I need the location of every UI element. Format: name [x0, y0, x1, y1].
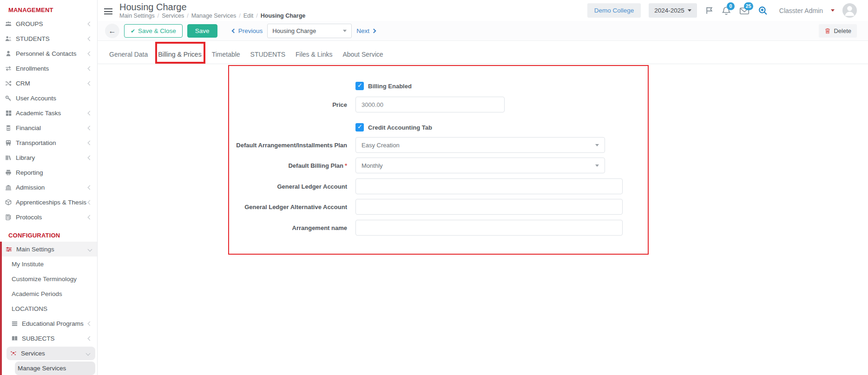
sidebar-item-services[interactable]: Services — [7, 347, 95, 360]
billing-enabled-label: Billing Enabled — [368, 83, 412, 90]
sidebar-item-library[interactable]: Library — [0, 150, 97, 165]
college-selector-button[interactable]: Demo College — [587, 3, 641, 18]
save-button[interactable]: Save — [187, 24, 217, 38]
general-ledger-alternative-account-label: General Ledger Alternative Account — [229, 204, 355, 211]
trash-icon — [824, 27, 831, 34]
chevron-left-icon — [88, 185, 92, 190]
sidebar-item-locations[interactable]: LOCATIONS — [2, 301, 97, 316]
sidebar-item-manage-services[interactable]: Manage Services — [15, 362, 95, 375]
content-area: Billing Enabled Price Credit Accounting … — [98, 64, 868, 375]
sidebar-item-admission[interactable]: Admission — [0, 180, 97, 195]
sidebar-item-label: Library — [16, 154, 35, 161]
coins-icon — [4, 124, 13, 132]
chevron-down-icon — [86, 351, 91, 356]
sidebar-item-apprenticeships-thesis[interactable]: Apprenticeships & Thesis — [0, 195, 97, 210]
sidebar-item-label: Customize Terminology — [12, 276, 77, 283]
default-arrangement-plan-select[interactable]: Easy Creation — [355, 137, 605, 153]
breadcrumb-item[interactable]: Edit — [243, 13, 254, 19]
avatar[interactable] — [842, 3, 857, 18]
sidebar-item-enrollments[interactable]: Enrollments — [0, 61, 97, 76]
period-label: 2024-2025 — [654, 7, 684, 14]
sidebar-item-reporting[interactable]: Reporting — [0, 165, 97, 180]
chevron-left-icon — [88, 155, 92, 160]
sidebar-item-academic-periods[interactable]: Academic Periods — [2, 286, 97, 301]
record-selector-dropdown[interactable]: Housing Charge — [267, 24, 352, 38]
list-bars-icon — [10, 320, 19, 327]
sidebar-item-label: CRM — [16, 80, 30, 87]
sidebar-item-academic-tasks[interactable]: Academic Tasks — [0, 105, 97, 120]
tab-timetable[interactable]: Timetable — [207, 41, 245, 64]
chevron-down-icon — [88, 247, 92, 251]
sidebar-item-main-settings[interactable]: Main Settings — [2, 242, 97, 257]
user-menu[interactable]: Classter Admin — [779, 7, 823, 14]
tab-billing-prices[interactable]: Billing & Prices — [153, 41, 206, 64]
chevron-right-icon — [371, 28, 376, 33]
chevron-left-icon — [88, 125, 92, 130]
save-close-label: Save & Close — [138, 27, 176, 34]
arrangement-name-label: Arrangement name — [229, 224, 355, 231]
tab-students[interactable]: STUDENTS — [245, 41, 290, 64]
search-zoom-icon[interactable] — [758, 6, 768, 15]
sidebar-item-subjects[interactable]: SUBJECTS — [2, 331, 97, 346]
default-billing-plan-select[interactable]: Monthly — [355, 158, 605, 173]
breadcrumb-item[interactable]: Services — [162, 13, 184, 19]
sidebar-item-groups[interactable]: GROUPS — [0, 16, 97, 31]
sidebar-section-title-management: MANAGEMENT — [0, 0, 97, 16]
sidebar-item-label: Academic Periods — [12, 290, 62, 297]
breadcrumb-item[interactable]: Manage Services — [191, 13, 237, 19]
messages-badge: 25 — [744, 2, 753, 10]
students-icon — [4, 35, 13, 42]
form-row-arrangement-name: Arrangement name — [229, 220, 868, 236]
toolbar: Save & Close Save Previous Housing Charg… — [98, 21, 868, 41]
cube-icon — [4, 198, 13, 206]
breadcrumb-separator: / — [239, 13, 240, 19]
arrangement-name-input[interactable] — [355, 220, 623, 236]
delete-label: Delete — [834, 27, 851, 34]
sidebar-item-financial[interactable]: Financial — [0, 120, 97, 135]
sidebar-item-customize-terminology[interactable]: Customize Terminology — [2, 271, 97, 286]
menu-toggle-button[interactable] — [104, 8, 113, 14]
credit-accounting-tab-checkbox[interactable] — [355, 123, 364, 132]
tab-files-links[interactable]: Files & Links — [290, 41, 337, 64]
price-input[interactable] — [355, 97, 505, 112]
back-button[interactable] — [105, 24, 119, 38]
page-title: Housing Charge — [119, 2, 305, 12]
sidebar-item-protocols[interactable]: Protocols — [0, 210, 97, 224]
tab-general-data[interactable]: General Data — [104, 41, 153, 64]
previous-button[interactable]: Previous — [232, 27, 263, 34]
tab-label: Billing & Prices — [158, 51, 201, 58]
flag-icon[interactable] — [705, 6, 714, 15]
person-icon — [4, 50, 13, 57]
general-ledger-alternative-account-input[interactable] — [355, 199, 623, 215]
bank-icon — [4, 184, 13, 191]
title-block: Housing Charge Main Settings / Services … — [119, 2, 305, 19]
sidebar-item-label: Services — [21, 350, 45, 357]
printer-icon — [4, 169, 13, 176]
notification-badge: 0 — [727, 2, 735, 10]
sidebar-item-students[interactable]: STUDENTS — [0, 31, 97, 46]
sidebar-item-user-accounts[interactable]: User Accounts — [0, 91, 97, 105]
save-close-button[interactable]: Save & Close — [124, 24, 183, 38]
sidebar-item-transportation[interactable]: Transportation — [0, 135, 97, 150]
chevron-left-icon — [88, 200, 92, 204]
breadcrumb-item[interactable]: Main Settings — [119, 13, 155, 19]
next-button[interactable]: Next — [356, 27, 375, 34]
sidebar-item-educational-programs[interactable]: Educational Programs — [2, 316, 97, 331]
form-row-billing-enabled: Billing Enabled — [229, 82, 868, 90]
sidebar-item-my-institute[interactable]: My Institute — [2, 257, 97, 271]
general-ledger-account-input[interactable] — [355, 178, 623, 194]
sidebar-item-personnel-contacts[interactable]: Personnel & Contacts — [0, 46, 97, 61]
tab-about-service[interactable]: About Service — [337, 41, 388, 64]
billing-enabled-checkbox[interactable] — [355, 82, 364, 90]
notifications-bell-icon[interactable]: 0 — [722, 6, 731, 15]
chevron-left-icon — [88, 140, 92, 145]
swap-arrows-icon — [4, 65, 13, 72]
messages-icon[interactable]: 25 — [739, 6, 750, 15]
academic-period-selector[interactable]: 2024-2025 — [649, 3, 697, 18]
chevron-left-icon — [88, 81, 92, 86]
calculator-icon — [4, 213, 13, 221]
sidebar-item-crm[interactable]: CRM — [0, 76, 97, 91]
default-billing-plan-label: Default Billing Plan* — [229, 162, 355, 169]
sidebar-item-label: STUDENTS — [16, 35, 50, 42]
delete-button[interactable]: Delete — [819, 24, 857, 38]
